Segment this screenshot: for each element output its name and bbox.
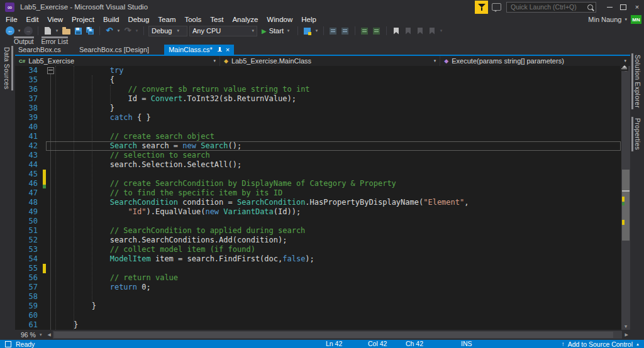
- code-text[interactable]: [55, 217, 621, 226]
- close-icon[interactable]: ×: [226, 46, 230, 53]
- code-text[interactable]: "Id").EqualValue(new VariantData(Id));: [55, 207, 621, 217]
- menu-debug[interactable]: Debug: [123, 14, 153, 24]
- quick-launch-input[interactable]: [509, 3, 587, 11]
- code-text[interactable]: // create search object: [55, 132, 621, 141]
- panel-tab-output[interactable]: Output: [14, 36, 34, 45]
- horizontal-scrollbar[interactable]: [53, 331, 622, 339]
- open-file-button[interactable]: [61, 26, 71, 36]
- clear-bookmarks-button[interactable]: [427, 26, 437, 36]
- comment-lines-button[interactable]: [360, 26, 370, 36]
- menu-file[interactable]: File: [1, 14, 22, 24]
- redo-dropdown-icon[interactable]: ▾: [135, 28, 139, 33]
- side-tab-solution-explorer[interactable]: Solution Explorer: [631, 53, 643, 109]
- menu-team[interactable]: Team: [153, 14, 180, 24]
- attach-to-process-button[interactable]: [303, 26, 313, 36]
- side-tab-data-sources[interactable]: Data Sources: [2, 46, 13, 90]
- menu-analyze[interactable]: Analyze: [228, 14, 262, 24]
- code-text[interactable]: // create SearchCondition by DisplayName…: [55, 179, 621, 188]
- scroll-left-icon[interactable]: ◀: [45, 332, 52, 337]
- solution-configuration-combo[interactable]: Debug▾: [148, 26, 187, 36]
- code-text[interactable]: return 0;: [55, 283, 621, 292]
- menu-tools[interactable]: Tools: [180, 14, 206, 24]
- panel-tab-error-list[interactable]: Error List: [42, 36, 69, 45]
- quick-launch-box[interactable]: [506, 2, 596, 13]
- code-text[interactable]: }: [55, 104, 621, 113]
- uncomment-lines-button[interactable]: [372, 26, 382, 36]
- code-text[interactable]: // SearchCondition to applied during sea…: [55, 226, 621, 236]
- toolbar-options-button[interactable]: ▾: [439, 28, 443, 33]
- project-dropdown[interactable]: C# Lab5_Exercise ▾: [15, 56, 220, 66]
- member-dropdown[interactable]: ◆ Execute(params string[] parameters) ▾: [440, 56, 630, 66]
- code-text[interactable]: Search search = new Search();: [55, 141, 621, 151]
- solution-platform-combo[interactable]: Any CPU▾: [189, 26, 257, 36]
- doc-tab-searchbox-cs[interactable]: SearchBox.cs: [15, 45, 76, 55]
- code-text[interactable]: [55, 170, 621, 179]
- increase-indent-button[interactable]: [340, 26, 350, 36]
- code-editor[interactable]: 34try35{36// convert sb return value str…: [15, 66, 630, 330]
- doc-tab-searchbox-cs-design[interactable]: SearchBox.cs [Design]: [76, 45, 164, 55]
- toggle-bookmark-button[interactable]: [391, 26, 401, 36]
- menu-window[interactable]: Window: [262, 14, 297, 24]
- next-bookmark-button[interactable]: [415, 26, 425, 36]
- add-to-source-control-button[interactable]: ↑ Add to Source Control ▲: [562, 340, 640, 348]
- menu-view[interactable]: View: [43, 14, 67, 24]
- code-text[interactable]: search.SearchConditions.Add(condition);: [55, 236, 621, 245]
- zoom-control[interactable]: 96 % ▾: [15, 331, 45, 339]
- minimize-button[interactable]: [602, 1, 616, 14]
- decrease-indent-button[interactable]: [328, 26, 338, 36]
- code-text[interactable]: Id = Convert.ToInt32(sb.ReturnValue);: [55, 94, 621, 104]
- side-tab-properties[interactable]: Properties: [631, 117, 643, 151]
- code-text[interactable]: [55, 292, 621, 302]
- navigate-forward-button[interactable]: →: [23, 26, 33, 36]
- code-text[interactable]: // collect model item (if found): [55, 245, 621, 254]
- save-button[interactable]: [73, 26, 83, 36]
- screenshot-filter-button[interactable]: [475, 1, 488, 14]
- code-text[interactable]: // selection to search: [55, 151, 621, 160]
- code-text[interactable]: }: [55, 302, 621, 311]
- menu-edit[interactable]: Edit: [22, 14, 43, 24]
- new-file-button[interactable]: [43, 26, 53, 36]
- menu-help[interactable]: Help: [297, 14, 321, 24]
- code-text[interactable]: [55, 122, 621, 132]
- collapse-region-icon[interactable]: [47, 67, 54, 74]
- user-name[interactable]: Min Naung: [588, 16, 621, 23]
- user-avatar[interactable]: MN: [631, 15, 641, 24]
- code-text[interactable]: ModelItem item = search.FindFirst(doc,fa…: [55, 254, 621, 264]
- start-debugging-button[interactable]: ▶Start▾: [259, 27, 293, 35]
- code-text[interactable]: SearchCondition condition = SearchCondit…: [55, 198, 621, 207]
- navigate-backward-button[interactable]: ←: [5, 26, 15, 36]
- undo-button[interactable]: ↶: [104, 26, 114, 36]
- code-text[interactable]: try: [55, 66, 621, 75]
- code-text[interactable]: // convert sb return value string to int: [55, 85, 621, 94]
- menu-build[interactable]: Build: [99, 14, 124, 24]
- feedback-icon[interactable]: [492, 3, 501, 11]
- horizontal-scrollbar-thumb[interactable]: [54, 332, 613, 338]
- scroll-down-icon[interactable]: ▼: [621, 324, 630, 329]
- undo-dropdown-icon[interactable]: ▾: [116, 28, 121, 33]
- code-text[interactable]: }: [55, 320, 621, 330]
- save-all-button[interactable]: [85, 26, 95, 36]
- attach-dropdown-icon[interactable]: ▾: [314, 28, 319, 33]
- menu-test[interactable]: Test: [206, 14, 228, 24]
- scroll-right-icon[interactable]: ▶: [623, 332, 630, 337]
- menu-project[interactable]: Project: [67, 14, 99, 24]
- pin-icon[interactable]: [216, 47, 222, 53]
- redo-button[interactable]: ↷: [123, 26, 133, 36]
- editor-split-handle[interactable]: [620, 63, 628, 71]
- code-text[interactable]: catch { }: [55, 113, 621, 122]
- code-text[interactable]: [55, 311, 621, 320]
- doc-tab-mainclass-cs[interactable]: MainClass.cs*×: [164, 45, 234, 55]
- new-file-dropdown-icon[interactable]: ▾: [55, 28, 59, 33]
- navigate-backward-dropdown-icon[interactable]: ▾: [17, 28, 21, 33]
- close-button[interactable]: ×: [630, 1, 644, 14]
- code-text[interactable]: // return value: [55, 273, 621, 283]
- vertical-scrollbar[interactable]: ▲ ▼: [621, 66, 630, 330]
- code-text[interactable]: // to find the specific item by its ID: [55, 188, 621, 198]
- type-dropdown[interactable]: ◆ Lab5_Exercise.MainClass ▾: [220, 56, 440, 66]
- previous-bookmark-button[interactable]: [403, 26, 413, 36]
- user-dropdown-icon[interactable]: ▾: [625, 17, 627, 22]
- code-text[interactable]: {: [55, 75, 621, 85]
- restore-button[interactable]: [616, 1, 630, 14]
- code-text[interactable]: search.Selection.SelectAll();: [55, 160, 621, 170]
- code-text[interactable]: [55, 264, 621, 273]
